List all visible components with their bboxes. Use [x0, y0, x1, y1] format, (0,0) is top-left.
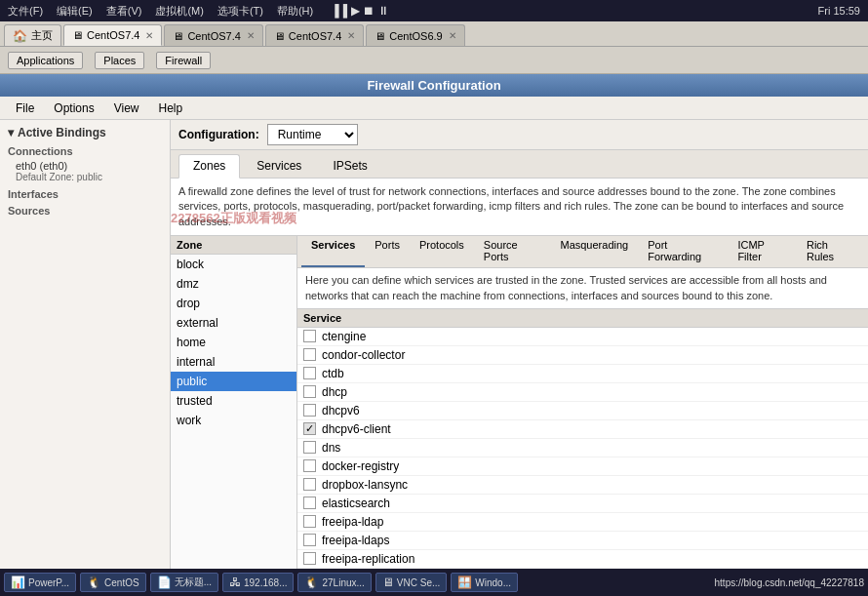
service-row-dns: dns — [297, 439, 868, 457]
zone-list: Zone block dmz drop external home intern… — [171, 236, 297, 589]
service-name-dns: dns — [322, 441, 340, 455]
services-col-header: Service — [297, 309, 868, 328]
taskbar-app-centos[interactable]: 🐧 CentOS — [80, 573, 146, 592]
places-button[interactable]: Places — [95, 52, 144, 69]
os-menu-help[interactable]: 帮助(H) — [273, 4, 317, 19]
checkbox-dhcpv6-client[interactable]: ✓ — [303, 422, 316, 435]
active-bindings-header: ▾ Active Bindings — [0, 124, 170, 141]
inner-panel: Zone block dmz drop external home intern… — [171, 236, 868, 589]
service-name-ctdb: ctdb — [322, 367, 344, 380]
zone-block[interactable]: block — [171, 255, 296, 274]
os-menu-edit[interactable]: 编辑(E) — [53, 4, 97, 19]
zone-trusted[interactable]: trusted — [171, 391, 296, 411]
service-row-elasticsearch: elasticsearch — [297, 495, 868, 513]
service-row-dropbox: dropbox-lansync — [297, 476, 868, 495]
menu-options[interactable]: Options — [46, 99, 101, 117]
zone-internal[interactable]: internal — [171, 352, 296, 372]
tab-centos74-3[interactable]: 🖥 CentOS7.4 ✕ — [265, 24, 364, 46]
checkbox-ctdb[interactable] — [303, 367, 316, 379]
service-row-docker: docker-registry — [297, 457, 868, 476]
inner-tab-ports[interactable]: Ports — [365, 236, 410, 267]
close-icon-4[interactable]: ✕ — [449, 30, 456, 41]
services-panel: Service ctengine condor-collector — [297, 309, 868, 589]
tab-services-main[interactable]: Services — [242, 154, 316, 178]
close-icon-1[interactable]: ✕ — [145, 30, 153, 41]
zone-dmz[interactable]: dmz — [171, 274, 296, 294]
checkbox-elasticsearch[interactable] — [303, 497, 316, 509]
config-label: Configuration: — [178, 128, 259, 141]
taskbar-app-untitled[interactable]: 📄 无标题... — [150, 573, 218, 592]
taskbar-app-vnc[interactable]: 🖥 VNC Se... — [375, 573, 447, 592]
inner-tab-port-forwarding[interactable]: Port Forwarding — [638, 236, 728, 267]
checkbox-dropbox[interactable] — [303, 478, 316, 491]
os-menu-tabs[interactable]: 选项卡(T) — [214, 4, 267, 19]
checkbox-dhcp[interactable] — [303, 385, 316, 398]
inner-tab-services[interactable]: Services — [301, 236, 365, 267]
window-title: Firewall Configuration — [0, 74, 868, 97]
tab-bar: 🏠 主页 🖥 CentOS7.4 ✕ 🖥 CentOS7.4 ✕ 🖥 CentO… — [0, 21, 868, 47]
taskbar-app-powerpoint[interactable]: 📊 PowerP... — [4, 573, 76, 592]
checkbox-docker[interactable] — [303, 459, 316, 472]
inner-tab-icmp-filter[interactable]: ICMP Filter — [728, 236, 797, 267]
os-menu-view[interactable]: 查看(V) — [102, 4, 146, 19]
tab-centos69[interactable]: 🖥 CentOS6.9 ✕ — [366, 24, 464, 46]
zone-external[interactable]: external — [171, 313, 296, 333]
service-row-ctdb: ctdb — [297, 365, 868, 383]
checkbox-condor[interactable] — [303, 348, 316, 361]
os-taskbar-right: https://blog.csdn.net/qq_42227818 — [715, 577, 864, 588]
menu-file[interactable]: File — [8, 99, 42, 117]
os-menu-vm[interactable]: 虚拟机(M) — [151, 4, 208, 19]
service-row-condor: condor-collector — [297, 346, 868, 365]
menu-help[interactable]: Help — [151, 99, 191, 117]
checkbox-ctengine[interactable] — [303, 330, 316, 342]
tab-centos74-2[interactable]: 🖥 CentOS7.4 ✕ — [164, 24, 262, 46]
checkbox-freeipa-ldaps[interactable] — [303, 534, 316, 546]
inner-tab-source-ports[interactable]: Source Ports — [474, 236, 551, 267]
connections-group: Connections — [0, 141, 170, 158]
zone-drop[interactable]: drop — [171, 294, 296, 313]
zone-work[interactable]: work — [171, 411, 296, 430]
zone-home[interactable]: home — [171, 333, 296, 352]
close-icon-3[interactable]: ✕ — [347, 30, 355, 41]
inner-tab-rich-rules[interactable]: Rich Rules — [797, 236, 864, 267]
toolbar-icons: ▐▐ ▶ ⏹ ⏸ — [331, 4, 389, 18]
checkbox-dns[interactable] — [303, 441, 316, 454]
inner-tab-masquerading[interactable]: Masquerading — [550, 236, 638, 267]
sidebar-item-eth0[interactable]: eth0 (eth0) Default Zone: public — [0, 158, 170, 184]
tab-home[interactable]: 🏠 主页 — [4, 24, 61, 46]
tab-ipsets[interactable]: IPSets — [318, 154, 381, 178]
checkbox-freeipa-replication[interactable] — [303, 552, 316, 565]
checkbox-dhcpv6[interactable] — [303, 404, 316, 417]
checkbox-freeipa-ldap[interactable] — [303, 515, 316, 528]
os-time: Fri 15:59 — [818, 5, 864, 17]
taskbar-app-192[interactable]: 🖧 192.168... — [222, 573, 294, 592]
zones-col-header: Zone — [171, 236, 296, 255]
firewall-button[interactable]: Firewall — [156, 52, 211, 69]
applications-button[interactable]: Applications — [8, 52, 83, 69]
service-name-dhcpv6: dhcpv6 — [322, 404, 360, 417]
tab-zones[interactable]: Zones — [178, 154, 240, 179]
inner-tab-protocols[interactable]: Protocols — [410, 236, 474, 267]
taskbar-app-27linux[interactable]: 🐧 27Linux... — [297, 573, 371, 592]
config-dropdown-wrapper[interactable]: Runtime Permanent — [267, 124, 358, 145]
right-description: Here you can define which services are t… — [297, 268, 868, 309]
zone-public[interactable]: public — [171, 372, 296, 391]
service-row-freeipa-ldap: freeipa-ldap — [297, 513, 868, 532]
config-dropdown[interactable]: Runtime Permanent — [267, 124, 358, 145]
tab-centos74-1[interactable]: 🖥 CentOS7.4 ✕ — [63, 24, 162, 46]
home-icon: 🏠 — [13, 29, 27, 43]
powerpoint-icon: 📊 — [11, 576, 25, 589]
os-menu-file[interactable]: 文件(F) — [4, 4, 47, 19]
tray-url: https://blog.csdn.net/qq_42227818 — [715, 577, 864, 588]
close-icon-2[interactable]: ✕ — [247, 30, 255, 41]
service-name-dhcpv6-client: dhcpv6-client — [322, 422, 391, 436]
service-name-ctengine: ctengine — [322, 330, 366, 343]
main-layout: ▾ Active Bindings Connections eth0 (eth0… — [0, 120, 868, 589]
network-icon: 🖧 — [229, 576, 241, 589]
menu-view[interactable]: View — [106, 99, 147, 117]
vm-icon-3: 🖥 — [274, 30, 285, 42]
linux-icon: 🐧 — [304, 576, 319, 589]
zones-description: A firewalld zone defines the level of tr… — [171, 179, 868, 236]
taskbar-app-windows[interactable]: 🪟 Windo... — [451, 573, 518, 592]
eth0-label: eth0 (eth0) — [16, 160, 162, 172]
